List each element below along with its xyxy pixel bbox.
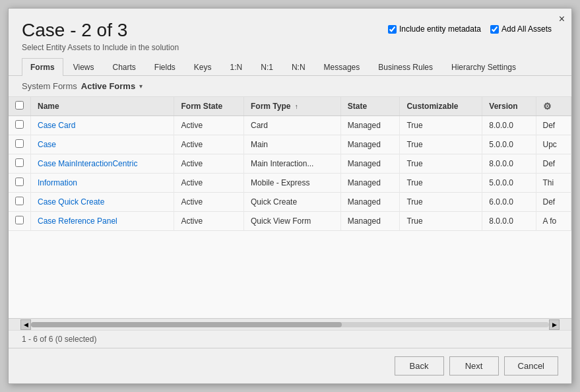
col-form-type-cell: Main [244, 135, 341, 154]
col-extra-cell: Thi [536, 173, 571, 192]
scrollbar-track[interactable] [31, 322, 549, 327]
col-customizable-cell: True [400, 173, 482, 192]
tab-nn[interactable]: N:N [283, 58, 314, 76]
col-extra-cell: A fo [536, 211, 571, 230]
tab-business_rules[interactable]: Business Rules [370, 58, 441, 76]
table-row: Case MainInteractionCentricActiveMain In… [9, 154, 571, 173]
table-row: Case Reference PanelActiveQuick View For… [9, 211, 571, 230]
col-state-cell: Managed [340, 211, 400, 230]
tab-messages[interactable]: Messages [315, 58, 369, 76]
col-customizable-cell: True [400, 135, 482, 154]
col-version-cell: 8.0.0.0 [482, 115, 536, 135]
col-customizable-cell: True [400, 115, 482, 135]
col-gear[interactable]: ⚙ [536, 97, 571, 116]
col-extra-cell: Upc [536, 135, 571, 154]
table-row: Case Quick CreateActiveQuick CreateManag… [9, 192, 571, 211]
dialog-subtitle: Select Entity Assets to Include in the s… [22, 43, 558, 52]
active-forms-label: Active Forms [81, 81, 135, 91]
row-checkbox[interactable] [15, 158, 24, 167]
col-version-cell: 8.0.0.0 [482, 154, 536, 173]
col-form-state-cell: Active [174, 135, 244, 154]
dialog-footer: Back Next Cancel [9, 348, 571, 383]
forms-table: Name Form State Form Type ↑ State Custom… [9, 97, 571, 231]
row-checkbox[interactable] [15, 216, 24, 224]
col-form-state[interactable]: Form State [174, 97, 244, 116]
col-version-cell: 8.0.0.0 [482, 211, 536, 230]
col-version-cell: 5.0.0.0 [482, 135, 536, 154]
add-all-assets-label[interactable]: Add All Assets [490, 24, 552, 34]
col-form-type-cell: Quick View Form [244, 211, 341, 230]
row-checkbox[interactable] [15, 139, 24, 148]
form-name-link[interactable]: Case Quick Create [38, 197, 104, 207]
section-prefix-label: System Forms [22, 81, 77, 91]
tab-n1[interactable]: N:1 [252, 58, 282, 76]
scrollbar-thumb [31, 322, 342, 327]
row-checkbox[interactable] [15, 178, 24, 186]
form-name-link[interactable]: Case MainInteractionCentric [38, 159, 137, 168]
form-name-link[interactable]: Case Card [38, 121, 75, 130]
next-button[interactable]: Next [449, 356, 499, 376]
section-dropdown-arrow[interactable]: ▾ [139, 82, 143, 90]
col-customizable-cell: True [400, 192, 482, 211]
col-form-type[interactable]: Form Type ↑ [244, 97, 341, 116]
scroll-left-arrow[interactable]: ◀ [20, 319, 31, 330]
col-version-cell: 6.0.0.0 [482, 192, 536, 211]
col-extra-cell: Def [536, 115, 571, 135]
form-name-link[interactable]: Case [38, 140, 56, 149]
col-form-state-cell: Active [174, 211, 244, 230]
col-form-state-cell: Active [174, 173, 244, 192]
col-extra-cell: Def [536, 154, 571, 173]
col-state-cell: Managed [340, 154, 400, 173]
table-container: Name Form State Form Type ↑ State Custom… [9, 97, 571, 318]
row-checkbox[interactable] [15, 197, 24, 205]
content-area: System Forms Active Forms ▾ Name Form St… [9, 76, 571, 348]
col-version-cell: 5.0.0.0 [482, 173, 536, 192]
col-form-type-cell: Mobile - Express [244, 173, 341, 192]
gear-icon: ⚙ [543, 101, 552, 112]
header-checkboxes: Include entity metadata Add All Assets [388, 24, 552, 34]
col-form-state-cell: Active [174, 154, 244, 173]
col-extra-cell: Def [536, 192, 571, 211]
sort-arrow-form-type: ↑ [295, 103, 298, 110]
row-checkbox[interactable] [15, 120, 24, 129]
form-name-link[interactable]: Information [38, 178, 77, 187]
table-row: CaseActiveMainManagedTrue5.0.0.0Upc [9, 135, 571, 154]
tab-forms[interactable]: Forms [22, 58, 63, 76]
scrollbar-area: ◀ ▶ [9, 318, 571, 330]
tab-hierarchy_settings[interactable]: Hierarchy Settings [443, 58, 525, 76]
tab-keys[interactable]: Keys [185, 58, 220, 76]
col-form-type-cell: Quick Create [244, 192, 341, 211]
status-text: 1 - 6 of 6 (0 selected) [22, 335, 96, 344]
col-customizable[interactable]: Customizable [400, 97, 482, 116]
col-customizable-cell: True [400, 211, 482, 230]
col-state-cell: Managed [340, 192, 400, 211]
col-form-type-cell: Main Interaction... [244, 154, 341, 173]
col-customizable-cell: True [400, 154, 482, 173]
col-form-type-cell: Card [244, 115, 341, 135]
col-state-cell: Managed [340, 115, 400, 135]
col-version[interactable]: Version [482, 97, 536, 116]
main-dialog: × Case - 2 of 3 Select Entity Assets to … [8, 8, 572, 384]
cancel-button[interactable]: Cancel [504, 356, 558, 376]
section-header: System Forms Active Forms ▾ [9, 76, 571, 97]
form-name-link[interactable]: Case Reference Panel [38, 216, 117, 226]
col-check [9, 97, 31, 116]
select-all-checkbox[interactable] [15, 101, 24, 110]
table-header-row: Name Form State Form Type ↑ State Custom… [9, 97, 571, 116]
col-state-cell: Managed [340, 135, 400, 154]
col-form-state-cell: Active [174, 192, 244, 211]
include-metadata-label[interactable]: Include entity metadata [388, 24, 481, 34]
include-metadata-checkbox[interactable] [388, 25, 397, 34]
close-button[interactable]: × [559, 14, 565, 24]
status-bar: 1 - 6 of 6 (0 selected) [9, 330, 571, 348]
col-name[interactable]: Name [31, 97, 174, 116]
col-state[interactable]: State [340, 97, 400, 116]
tab-charts[interactable]: Charts [104, 58, 144, 76]
tab-1n[interactable]: 1:N [222, 58, 251, 76]
back-button[interactable]: Back [395, 356, 444, 376]
tab-fields[interactable]: Fields [146, 58, 184, 76]
add-all-assets-checkbox[interactable] [490, 25, 499, 34]
scroll-right-arrow[interactable]: ▶ [549, 319, 560, 330]
tab-views[interactable]: Views [65, 58, 103, 76]
col-state-cell: Managed [340, 173, 400, 192]
